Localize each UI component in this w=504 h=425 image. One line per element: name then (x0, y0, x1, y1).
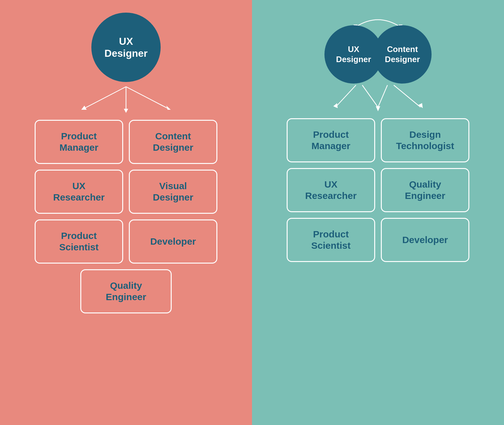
role-ux-researcher-left: UXResearcher (35, 170, 123, 214)
role-content-designer-left: ContentDesigner (129, 120, 217, 164)
left-roles-grid: ProductManager ContentDesigner UXResearc… (35, 120, 217, 313)
svg-line-10 (362, 85, 378, 107)
role-visual-designer-left: VisualDesigner (129, 170, 217, 214)
left-arrows-svg (41, 85, 211, 114)
role-product-manager-right: ProductManager (287, 118, 375, 162)
left-panel: UX Designer ProductManager C (0, 0, 252, 425)
right-top-section: UXDesigner ContentDesigner (287, 13, 469, 112)
role-developer-left: Developer (129, 219, 217, 264)
role-product-scientist-right: ProductScientist (287, 218, 375, 262)
right-arrows-svg (293, 84, 463, 112)
svg-line-13 (378, 85, 387, 107)
ux-designer-circle-left: UX Designer (91, 13, 161, 82)
right-roles-grid: ProductManager DesignTechnologist UXRese… (287, 118, 469, 262)
svg-line-11 (394, 85, 421, 107)
role-design-technologist-right: DesignTechnologist (381, 118, 469, 162)
role-developer-right: Developer (381, 218, 469, 262)
svg-line-0 (83, 87, 126, 109)
role-quality-engineer-right: QualityEngineer (381, 168, 469, 212)
right-circles-wrapper: UXDesigner ContentDesigner (324, 25, 432, 84)
left-circle-container: UX Designer (91, 13, 161, 82)
svg-line-8 (335, 85, 356, 107)
right-panel: UXDesigner ContentDesigner (252, 0, 504, 425)
svg-marker-3 (124, 109, 128, 113)
svg-marker-9 (333, 103, 338, 108)
svg-line-4 (126, 87, 169, 109)
svg-marker-14 (376, 106, 380, 111)
svg-marker-5 (166, 106, 171, 110)
role-ux-researcher-right: UXResearcher (287, 168, 375, 212)
ux-designer-label-left: UX Designer (105, 35, 148, 60)
right-diagram: UXDesigner ContentDesigner (280, 13, 476, 262)
role-product-scientist-left: ProductScientist (35, 219, 123, 264)
ux-designer-circle-right: UXDesigner (324, 25, 383, 84)
left-diagram: UX Designer ProductManager C (28, 13, 224, 313)
left-top-section: UX Designer (35, 13, 217, 114)
role-quality-engineer-left: QualityEngineer (80, 269, 172, 313)
role-product-manager-left: ProductManager (35, 120, 123, 164)
